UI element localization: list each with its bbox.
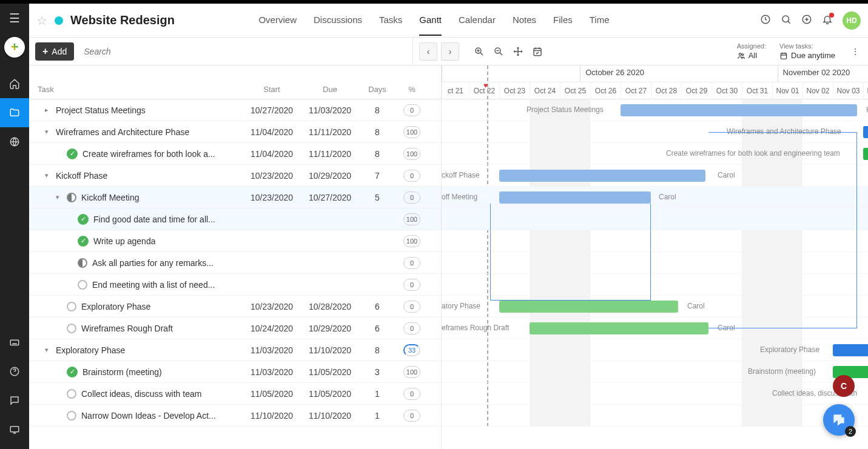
search-input[interactable] [80, 43, 406, 60]
gantt-row[interactable] [442, 230, 868, 252]
table-row[interactable]: ▾Kickoff Phase10/23/202010/29/202070 [29, 165, 441, 187]
home-icon[interactable] [0, 69, 29, 98]
chevron-icon[interactable]: ▾ [42, 346, 51, 354]
cell-due: 11/11/2020 [301, 149, 359, 159]
gantt-row[interactable]: Project Status MeetingsHimma [442, 99, 868, 121]
cell-pct: 0 [395, 104, 428, 116]
chat-icon[interactable] [0, 386, 29, 415]
tab-overview[interactable]: Overview [258, 5, 297, 36]
create-button[interactable]: + [0, 33, 29, 62]
gantt-row[interactable]: ckoff PhaseCarol [442, 165, 868, 187]
tab-calendar[interactable]: Calendar [459, 5, 496, 36]
gantt-row[interactable]: atory PhaseCarol [442, 296, 868, 318]
chat-fab[interactable]: 2 [823, 404, 855, 436]
bar-label: Project Status Meetings [527, 105, 604, 114]
star-icon[interactable]: ☆ [36, 13, 47, 28]
cell-start: 10/23/2020 [243, 302, 301, 311]
gantt-row[interactable]: Collect ideas, discuss with [442, 383, 868, 405]
gantt-row[interactable] [442, 274, 868, 296]
gantt-row[interactable]: eframes Rough DraftCarol [442, 318, 868, 339]
table-row[interactable]: Exploratory Phase10/23/202010/28/202060 [29, 296, 441, 318]
zoom-out-icon[interactable] [491, 44, 506, 59]
cell-due: 10/29/2020 [301, 324, 359, 333]
table-row[interactable]: ✓Create wireframes for both look a...11/… [29, 143, 441, 165]
table-row[interactable]: ✓Brainstorm (meeting)11/03/202011/05/202… [29, 361, 441, 383]
tab-gantt[interactable]: Gantt [419, 5, 442, 36]
zoom-in-icon[interactable] [471, 44, 487, 59]
tab-notes[interactable]: Notes [513, 5, 536, 36]
tab-discussions[interactable]: Discussions [314, 5, 362, 36]
date-select-icon[interactable] [530, 44, 545, 59]
table-row[interactable]: Wireframes Rough Draft10/24/202010/29/20… [29, 318, 441, 339]
more-options-icon[interactable]: ⋮ [849, 44, 862, 59]
gantt-row[interactable]: Exploratory Phase [442, 339, 868, 361]
clock-icon[interactable] [760, 14, 771, 27]
table-row[interactable]: ✓Write up agenda100 [29, 230, 441, 252]
tab-tasks[interactable]: Tasks [379, 5, 402, 36]
folder-icon[interactable] [0, 98, 29, 127]
presence-avatar[interactable]: C [833, 375, 855, 397]
bell-icon[interactable] [822, 14, 833, 27]
gantt-bar[interactable] [499, 301, 678, 313]
gantt-bar[interactable] [863, 148, 868, 160]
gantt-row[interactable] [442, 252, 868, 274]
table-row[interactable]: ▾Exploratory Phase11/03/202011/10/202083… [29, 339, 441, 361]
chevron-icon[interactable]: ▾ [42, 128, 51, 136]
cell-pct: 0 [395, 388, 428, 400]
table-row[interactable]: ▾Kickoff Meeting10/23/202010/27/202050 [29, 187, 441, 208]
task-name: Write up agenda [93, 236, 155, 246]
menu-icon[interactable]: ☰ [0, 4, 29, 33]
table-row[interactable]: Ask all parties for any remarks...0 [29, 252, 441, 274]
gantt-bar[interactable] [863, 126, 868, 138]
add-circle-icon[interactable] [801, 14, 812, 27]
tab-time[interactable]: Time [590, 5, 610, 36]
half-circle-icon [78, 258, 87, 268]
gantt-row[interactable]: Create wireframes for both look and engi… [442, 143, 868, 165]
cell-start: 11/04/2020 [243, 127, 301, 137]
cell-start: 10/24/2020 [243, 324, 301, 333]
chevron-icon[interactable]: ▸ [42, 106, 51, 114]
next-button[interactable]: › [441, 42, 459, 61]
circle-icon [78, 280, 87, 290]
move-icon[interactable] [510, 44, 526, 59]
assigned-filter[interactable]: Assigned: All [737, 42, 766, 60]
bar-label: Exploratory Phase [760, 345, 819, 354]
search-icon[interactable] [781, 14, 792, 27]
gantt-bar[interactable] [621, 104, 857, 116]
chevron-icon[interactable]: ▾ [53, 193, 62, 201]
gantt-row[interactable]: off MeetingCarol [442, 187, 868, 208]
gantt-row[interactable]: Brainstorm (meeting) [442, 361, 868, 383]
prev-button[interactable]: ‹ [419, 42, 437, 61]
gantt-bar[interactable] [499, 170, 705, 182]
keyboard-icon[interactable] [0, 328, 29, 357]
cell-days: 5 [359, 193, 395, 202]
gantt-bar[interactable] [530, 322, 708, 334]
table-row[interactable]: ▾Wireframes and Architecture Phase11/04/… [29, 121, 441, 143]
view-tasks-filter[interactable]: View tasks: Due anytime [779, 42, 835, 60]
gantt-bar[interactable] [499, 191, 651, 204]
table-row[interactable]: Narrow Down Ideas - Develop Act...11/10/… [29, 405, 441, 427]
chevron-icon[interactable]: ▾ [42, 171, 51, 179]
cell-start: 10/23/2020 [243, 171, 301, 181]
gantt-row[interactable]: Wireframes and Architecture Phase [442, 121, 868, 143]
cell-days: 3 [359, 367, 395, 377]
table-row[interactable]: ▸Project Status Meetings10/27/202011/03/… [29, 99, 441, 121]
today-marker-icon: ♥ [483, 81, 488, 90]
table-row[interactable]: End meeting with a list of need...0 [29, 274, 441, 296]
help-icon[interactable] [0, 357, 29, 386]
check-circle-icon: ✓ [67, 367, 78, 377]
cell-due: 11/10/2020 [301, 411, 359, 421]
add-button[interactable]: +Add [35, 42, 74, 61]
table-row[interactable]: Collect ideas, discuss with team11/05/20… [29, 383, 441, 405]
globe-icon[interactable] [0, 127, 29, 156]
user-avatar[interactable]: HD [843, 12, 861, 30]
table-row[interactable]: ✓Find good date and time for all...100 [29, 208, 441, 230]
monitor-icon[interactable] [0, 415, 29, 444]
gantt-row[interactable] [442, 405, 868, 427]
tab-files[interactable]: Files [553, 5, 573, 36]
task-name: Kickoff Meeting [81, 193, 139, 202]
gantt-row[interactable] [442, 208, 868, 230]
task-name: Exploratory Phase [81, 302, 150, 311]
toolbar: +Add ‹ › Assigned: All View tasks: Due a [29, 38, 868, 65]
gantt-bar[interactable] [833, 344, 868, 356]
